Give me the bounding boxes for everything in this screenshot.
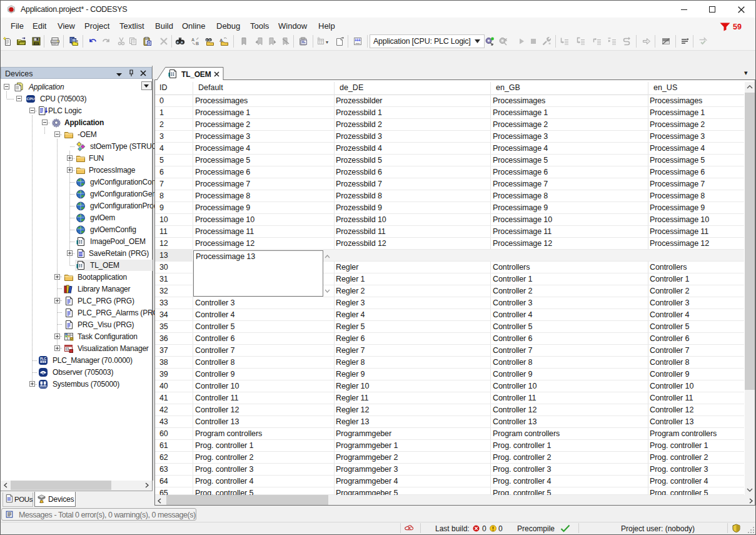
- svg-text:CPU: CPU: [26, 96, 35, 101]
- svg-text:B: B: [196, 41, 199, 46]
- svg-text:PLC: PLC: [40, 357, 46, 360]
- svg-text:A: A: [191, 38, 194, 42]
